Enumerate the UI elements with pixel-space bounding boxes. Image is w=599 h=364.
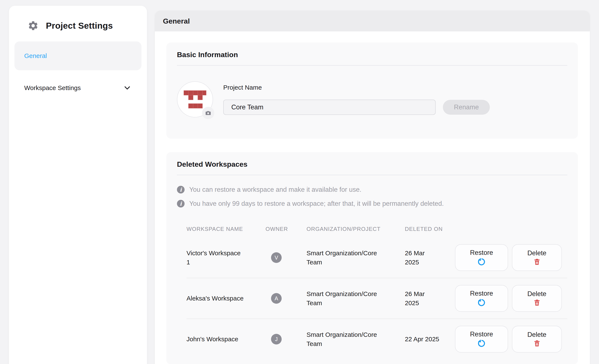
page-title: General xyxy=(163,17,190,25)
sidebar-item-workspace-settings-label: Workspace Settings xyxy=(24,84,81,92)
gear-icon xyxy=(28,20,39,31)
delete-button[interactable]: Delete xyxy=(512,244,562,271)
sidebar-item-workspace-settings[interactable]: Workspace Settings xyxy=(14,74,141,102)
main-content: Basic Information xyxy=(155,31,590,364)
trash-icon xyxy=(533,299,541,307)
info-icon: i xyxy=(177,200,185,208)
note-retention: i You have only 99 days to restore a wor… xyxy=(177,200,567,208)
rename-button[interactable]: Rename xyxy=(443,100,490,115)
sidebar-item-general-label: General xyxy=(24,52,47,60)
workspace-name-cell: John's Workspace xyxy=(186,335,265,344)
trash-icon xyxy=(533,258,541,266)
deleted-workspaces-notes: i You can restore a workspace and make i… xyxy=(177,186,567,208)
delete-button[interactable]: Delete xyxy=(512,326,562,353)
delete-button-label: Delete xyxy=(528,331,546,338)
deleted-workspaces-title: Deleted Workspaces xyxy=(177,155,567,175)
restore-button-label: Restore xyxy=(470,249,493,257)
table-row: Victor's Workspace 1 V Smart Organizatio… xyxy=(186,237,567,278)
sidebar-title: Project Settings xyxy=(46,21,113,31)
project-name-group: Project Name Rename xyxy=(223,81,490,117)
divider xyxy=(177,175,567,175)
owner-avatar: A xyxy=(271,293,282,304)
camera-icon xyxy=(205,110,211,116)
basic-information-title: Basic Information xyxy=(177,45,567,65)
main-panel: General Basic Information xyxy=(155,11,590,364)
sidebar-header: Project Settings xyxy=(9,6,147,31)
basic-information-card: Basic Information xyxy=(166,43,578,139)
settings-sidebar: Project Settings General Workspace Setti… xyxy=(9,6,147,364)
row-actions: Restore Delete xyxy=(455,285,567,312)
organization-project-cell: Smart Organization/Core Team xyxy=(307,330,405,348)
deleted-on-cell: 22 Apr 2025 xyxy=(405,335,455,344)
restore-arrow-icon xyxy=(477,339,486,348)
table-row: Aleksa's Workspace A Smart Organization/… xyxy=(186,278,567,319)
change-avatar-button[interactable] xyxy=(202,107,214,119)
sidebar-item-general[interactable]: General xyxy=(14,41,141,70)
deleted-workspaces-table: WORKSPACE NAME OWNER ORGANIZATION/PROJEC… xyxy=(177,226,567,359)
owner-cell: V xyxy=(265,252,307,263)
project-avatar[interactable] xyxy=(177,81,213,117)
delete-button-label: Delete xyxy=(528,290,546,298)
pixel-blocks-avatar-icon xyxy=(183,90,207,109)
sidebar-nav: General Workspace Settings xyxy=(9,41,147,102)
restore-button-label: Restore xyxy=(470,330,493,338)
table-row: John's Workspace J Smart Organization/Co… xyxy=(186,319,567,359)
project-name-input[interactable] xyxy=(223,100,436,115)
deleted-workspaces-card: Deleted Workspaces i You can restore a w… xyxy=(166,152,578,364)
restore-button[interactable]: Restore xyxy=(455,244,508,271)
workspace-name-cell: Victor's Workspace 1 xyxy=(186,249,265,267)
trash-icon xyxy=(533,339,541,347)
restore-button[interactable]: Restore xyxy=(455,326,508,353)
owner-avatar: J xyxy=(271,334,282,345)
owner-cell: A xyxy=(265,293,307,304)
column-header-deleted-on: DELETED ON xyxy=(405,226,455,232)
deleted-on-cell: 26 Mar 2025 xyxy=(405,249,455,267)
row-actions: Restore Delete xyxy=(455,244,567,271)
deleted-on-cell: 26 Mar 2025 xyxy=(405,289,455,308)
project-name-label: Project Name xyxy=(223,84,490,91)
info-icon: i xyxy=(177,186,185,193)
restore-arrow-icon xyxy=(477,257,486,266)
table-header-row: WORKSPACE NAME OWNER ORGANIZATION/PROJEC… xyxy=(186,226,567,232)
row-actions: Restore Delete xyxy=(455,326,567,353)
owner-avatar: V xyxy=(271,252,282,263)
restore-button-label: Restore xyxy=(470,290,493,297)
workspace-name-cell: Aleksa's Workspace xyxy=(186,294,265,303)
restore-arrow-icon xyxy=(477,298,486,307)
organization-project-cell: Smart Organization/Core Team xyxy=(307,289,405,308)
note-restore-text: You can restore a workspace and make it … xyxy=(189,186,361,193)
delete-button-label: Delete xyxy=(528,249,546,257)
chevron-down-icon xyxy=(122,83,132,93)
note-restore: i You can restore a workspace and make i… xyxy=(177,186,567,193)
delete-button[interactable]: Delete xyxy=(512,285,562,312)
page-title-bar: General xyxy=(155,11,590,31)
basic-information-row: Project Name Rename xyxy=(177,81,567,117)
note-retention-text: You have only 99 days to restore a works… xyxy=(189,200,444,208)
column-header-organization-project: ORGANIZATION/PROJECT xyxy=(307,226,405,232)
divider xyxy=(177,65,567,66)
organization-project-cell: Smart Organization/Core Team xyxy=(307,249,405,267)
owner-cell: J xyxy=(265,334,307,345)
restore-button[interactable]: Restore xyxy=(455,285,508,312)
column-header-owner: OWNER xyxy=(265,226,307,232)
column-header-workspace-name: WORKSPACE NAME xyxy=(186,226,265,232)
